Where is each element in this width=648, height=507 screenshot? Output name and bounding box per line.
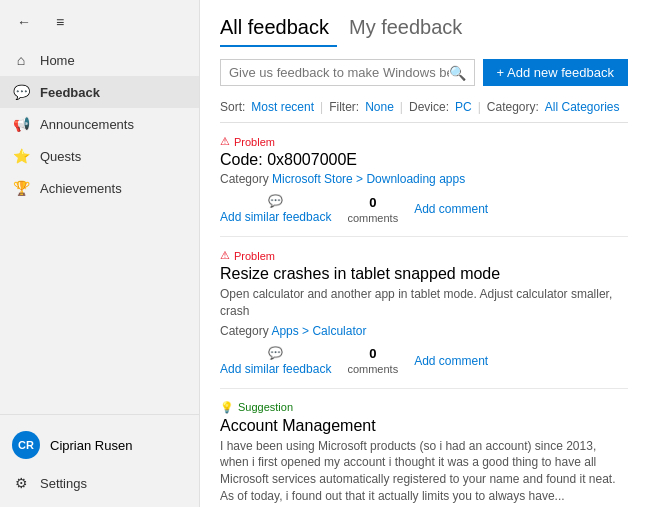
item-actions: 💬 Add similar feedback 0 comments Add co… <box>220 194 628 224</box>
add-similar-button[interactable]: 💬 Add similar feedback <box>220 346 331 376</box>
category-prefix: Category <box>220 172 269 186</box>
sidebar-item-settings[interactable]: ⚙ Settings <box>0 467 199 499</box>
thumbs-icon: 💬 <box>268 194 283 208</box>
quests-icon: ⭐ <box>12 148 30 164</box>
search-input[interactable] <box>229 65 449 80</box>
filter-value[interactable]: None <box>365 100 394 114</box>
device-value[interactable]: PC <box>455 100 472 114</box>
sidebar-bottom: CR Ciprian Rusen ⚙ Settings <box>0 414 199 507</box>
item-type-problem: ⚠ Problem <box>220 249 628 262</box>
item-type-suggestion: 💡 Suggestion <box>220 401 628 414</box>
feedback-feed: ⚠ Problem Code: 0x8007000E Category Micr… <box>200 123 648 507</box>
sidebar-item-quests[interactable]: ⭐ Quests <box>0 140 199 172</box>
achievements-icon: 🏆 <box>12 180 30 196</box>
tabs: All feedback My feedback <box>220 16 628 47</box>
item-desc: Open calculator and another app in table… <box>220 286 628 320</box>
comments-group: 0 comments <box>347 346 398 375</box>
problem-icon: ⚠ <box>220 249 230 262</box>
add-comment-link[interactable]: Add comment <box>414 354 488 368</box>
sort-label: Sort: <box>220 100 245 114</box>
feedback-item-1: ⚠ Problem Code: 0x8007000E Category Micr… <box>220 123 628 237</box>
item-desc: I have been using Microsoft products (so… <box>220 438 628 505</box>
sidebar-item-home[interactable]: ⌂ Home <box>0 44 199 76</box>
sidebar-item-announcements[interactable]: 📢 Announcements <box>0 108 199 140</box>
item-type-label: Suggestion <box>238 401 293 413</box>
search-row: 🔍 + Add new feedback <box>220 59 628 86</box>
home-icon: ⌂ <box>12 52 30 68</box>
sidebar-nav: ⌂ Home 💬 Feedback 📢 Announcements ⭐ Ques… <box>0 40 199 414</box>
category-link[interactable]: Microsoft Store > Downloading apps <box>272 172 465 186</box>
tab-my-feedback[interactable]: My feedback <box>349 16 470 45</box>
suggestion-icon: 💡 <box>220 401 234 414</box>
feedback-item-3: 💡 Suggestion Account Management I have b… <box>220 389 628 507</box>
feedback-icon: 💬 <box>12 84 30 100</box>
tab-all-feedback[interactable]: All feedback <box>220 16 337 47</box>
sidebar-item-feedback-label: Feedback <box>40 85 100 100</box>
item-type-problem: ⚠ Problem <box>220 135 628 148</box>
feedback-item-2: ⚠ Problem Resize crashes in tablet snapp… <box>220 237 628 389</box>
sidebar-item-home-label: Home <box>40 53 75 68</box>
announcements-icon: 📢 <box>12 116 30 132</box>
sidebar-item-quests-label: Quests <box>40 149 81 164</box>
main-content: All feedback My feedback 🔍 + Add new fee… <box>200 0 648 507</box>
filter-label: Filter: <box>329 100 359 114</box>
sidebar-item-announcements-label: Announcements <box>40 117 134 132</box>
user-profile[interactable]: CR Ciprian Rusen <box>0 423 199 467</box>
sort-value[interactable]: Most recent <box>251 100 314 114</box>
sidebar: ← ≡ ⌂ Home 💬 Feedback 📢 Announcements ⭐ … <box>0 0 200 507</box>
item-title: Resize crashes in tablet snapped mode <box>220 265 628 283</box>
add-similar-button[interactable]: 💬 Add similar feedback <box>220 194 331 224</box>
hamburger-button[interactable]: ≡ <box>46 8 74 36</box>
category-prefix: Category <box>220 324 269 338</box>
search-icon: 🔍 <box>449 65 466 81</box>
item-type-label: Problem <box>234 250 275 262</box>
item-actions: 💬 Add similar feedback 0 comments Add co… <box>220 346 628 376</box>
user-name: Ciprian Rusen <box>50 438 132 453</box>
item-title: Code: 0x8007000E <box>220 151 628 169</box>
category-label: Category: <box>487 100 539 114</box>
sidebar-item-feedback[interactable]: 💬 Feedback <box>0 76 199 108</box>
sidebar-item-settings-label: Settings <box>40 476 87 491</box>
sidebar-top: ← ≡ <box>0 0 199 40</box>
item-category: Category Apps > Calculator <box>220 324 628 338</box>
back-button[interactable]: ← <box>10 8 38 36</box>
comments-group: 0 comments <box>347 195 398 224</box>
problem-icon: ⚠ <box>220 135 230 148</box>
category-link[interactable]: Apps > Calculator <box>271 324 366 338</box>
filter-row: Sort: Most recent | Filter: None | Devic… <box>220 94 628 123</box>
item-category: Category Microsoft Store > Downloading a… <box>220 172 628 186</box>
sidebar-item-achievements[interactable]: 🏆 Achievements <box>0 172 199 204</box>
item-type-label: Problem <box>234 136 275 148</box>
chat-icon: 💬 <box>268 346 283 360</box>
item-title: Account Management <box>220 417 628 435</box>
avatar: CR <box>12 431 40 459</box>
main-header: All feedback My feedback 🔍 + Add new fee… <box>200 0 648 123</box>
settings-icon: ⚙ <box>12 475 30 491</box>
device-label: Device: <box>409 100 449 114</box>
add-feedback-button[interactable]: + Add new feedback <box>483 59 628 86</box>
sidebar-item-achievements-label: Achievements <box>40 181 122 196</box>
category-value[interactable]: All Categories <box>545 100 620 114</box>
add-comment-link[interactable]: Add comment <box>414 202 488 216</box>
search-box: 🔍 <box>220 59 475 86</box>
